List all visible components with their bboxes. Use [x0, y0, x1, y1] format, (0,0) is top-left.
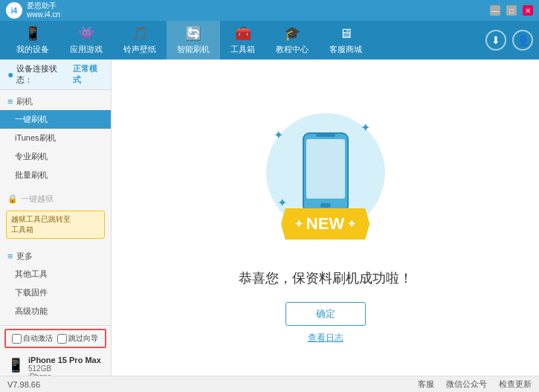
- sidebar: ● 设备连接状态： 正常模式 ≡ 刷机 一键刷机 iTunes刷机 专业刷机 批…: [0, 60, 112, 376]
- download-icon[interactable]: ⬇: [485, 30, 506, 51]
- device-details: iPhone 15 Pro Max 512GB iPhone: [28, 356, 101, 376]
- sidebar-group-flash: ≡ 刷机 一键刷机 iTunes刷机 专业刷机 批量刷机: [0, 90, 111, 187]
- nav-right-icons: ⬇ 👤: [485, 21, 533, 60]
- device-phone-icon: 📱: [7, 357, 24, 373]
- wechat-link[interactable]: 微信公众号: [446, 379, 487, 390]
- status-dot-icon: ●: [7, 68, 13, 80]
- tab-my-device[interactable]: 📱 我的设备: [6, 21, 59, 60]
- toolbox-icon: 🧰: [235, 25, 251, 42]
- success-message: 恭喜您，保资料刷机成功啦！: [239, 269, 413, 287]
- sidebar-item-download-firmware[interactable]: 下载固件: [0, 283, 111, 302]
- device-type: iPhone: [28, 373, 101, 376]
- more-group-icon: ≡: [7, 251, 13, 262]
- sidebar-bottom: 自动激活 跳过向导 📱 iPhone 15 Pro Max 512GB iPho…: [0, 324, 111, 376]
- user-icon[interactable]: 👤: [512, 30, 533, 51]
- logo-icon: i4: [6, 2, 22, 19]
- sidebar-item-itunes-flash[interactable]: iTunes刷机: [0, 129, 111, 147]
- new-star-right-icon: ✦: [347, 218, 356, 230]
- sidebar-item-batch-flash[interactable]: 批量刷机: [0, 166, 111, 184]
- my-device-icon: 📱: [25, 25, 41, 42]
- window-controls: — □ ✕: [490, 5, 533, 16]
- view-log-link[interactable]: 查看日志: [308, 332, 343, 344]
- tab-ringtone[interactable]: 🎵 铃声壁纸: [113, 21, 167, 60]
- check-update-link[interactable]: 检查更新: [499, 379, 532, 390]
- skip-guide-checkbox[interactable]: 跳过向导: [57, 333, 98, 344]
- sidebar-notice: 越狱工具已跳转至工具箱: [6, 211, 105, 239]
- success-illustration: ✦ ✦ ✦ ✦ NEW ✦: [251, 91, 400, 254]
- sidebar-item-advanced[interactable]: 高级功能: [0, 302, 111, 321]
- sparkle-bottom-left-icon: ✦: [277, 196, 287, 210]
- device-storage: 512GB: [28, 364, 101, 373]
- status-bar: V7.98.66 客服 微信公众号 检查更新: [0, 376, 539, 392]
- content-area: ✦ ✦ ✦ ✦ NEW ✦ 恭喜您，保资料刷机成功啦！ 确定 查看日志: [112, 60, 539, 376]
- service-icon: 🖥: [339, 26, 352, 42]
- svg-rect-2: [320, 203, 331, 208]
- top-bar: i4 爱思助手 www.i4.cn — □ ✕: [0, 0, 539, 21]
- maximize-button[interactable]: □: [506, 5, 517, 16]
- sidebar-checkbox-row: 自动激活 跳过向导: [4, 329, 106, 348]
- svg-rect-3: [316, 134, 335, 137]
- customer-service-link[interactable]: 客服: [418, 379, 434, 390]
- minimize-button[interactable]: —: [490, 5, 500, 16]
- tab-apps-games[interactable]: 👾 应用游戏: [59, 21, 113, 60]
- device-name: iPhone 15 Pro Max: [28, 356, 101, 364]
- skip-guide-input[interactable]: [57, 334, 67, 344]
- sparkle-top-left-icon: ✦: [274, 128, 283, 142]
- tab-smart-flash[interactable]: 🔄 智能刷机: [167, 21, 220, 60]
- new-star-left-icon: ✦: [294, 218, 303, 230]
- sidebar-disabled-jailbreak: 🔒 一键越狱: [0, 190, 111, 208]
- sidebar-item-one-key-flash[interactable]: 一键刷机: [0, 110, 111, 129]
- sparkle-top-right-icon: ✦: [361, 121, 370, 135]
- sidebar-divider-3: [0, 325, 111, 326]
- logo-text: 爱思助手 www.i4.cn: [27, 1, 60, 19]
- flash-group-icon: ≡: [7, 96, 13, 107]
- tab-tutorial[interactable]: 🎓 教程中心: [265, 21, 319, 60]
- confirm-button[interactable]: 确定: [285, 302, 366, 326]
- sidebar-status: ● 设备连接状态： 正常模式: [0, 60, 111, 90]
- auto-activate-checkbox[interactable]: 自动激活: [12, 333, 53, 344]
- version-label: V7.98.66: [7, 380, 40, 389]
- nav-tabs: 📱 我的设备 👾 应用游戏 🎵 铃声壁纸 🔄 智能刷机 🧰 工具箱 🎓 教程中心…: [0, 21, 539, 60]
- lock-icon: 🔒: [7, 194, 18, 204]
- app-logo-area: i4 爱思助手 www.i4.cn: [6, 1, 60, 19]
- tutorial-icon: 🎓: [284, 25, 300, 42]
- flash-group-header[interactable]: ≡ 刷机: [0, 93, 111, 110]
- phone-svg: [300, 132, 352, 213]
- ringtone-icon: 🎵: [132, 25, 148, 42]
- sidebar-item-pro-flash[interactable]: 专业刷机: [0, 147, 111, 166]
- auto-activate-input[interactable]: [12, 334, 22, 344]
- close-button[interactable]: ✕: [523, 5, 533, 16]
- sidebar-group-more: ≡ 更多 其他工具 下载固件 高级功能: [0, 245, 111, 324]
- apps-games-icon: 👾: [78, 25, 94, 42]
- main-layout: ● 设备连接状态： 正常模式 ≡ 刷机 一键刷机 iTunes刷机 专业刷机 批…: [0, 60, 539, 376]
- sidebar-item-other-tools[interactable]: 其他工具: [0, 265, 111, 283]
- smart-flash-icon: 🔄: [185, 25, 201, 42]
- tab-service[interactable]: 🖥 客服商城: [319, 21, 372, 60]
- more-group-header[interactable]: ≡ 更多: [0, 248, 111, 265]
- device-info: 📱 iPhone 15 Pro Max 512GB iPhone: [0, 351, 111, 376]
- new-badge: ✦ NEW ✦: [281, 208, 369, 240]
- svg-rect-1: [306, 139, 345, 199]
- tab-toolbox[interactable]: 🧰 工具箱: [220, 21, 265, 60]
